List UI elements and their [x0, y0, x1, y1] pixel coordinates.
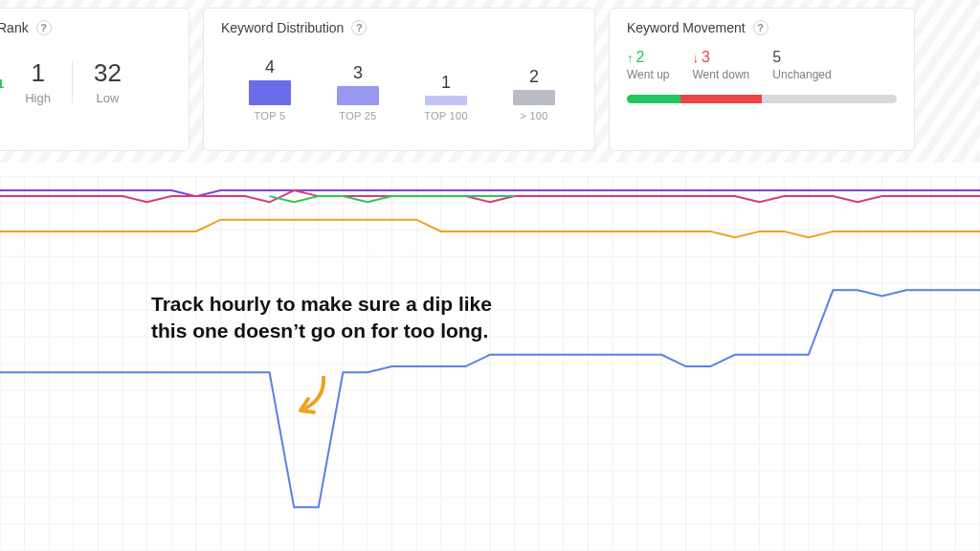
movement-card-title: Keyword Movement ?	[627, 20, 897, 35]
distribution-count: 2	[502, 67, 566, 87]
distribution-card-title: Keyword Distribution ?	[221, 20, 577, 35]
distribution-bar	[425, 96, 467, 105]
rank-high-value: 1	[25, 58, 51, 88]
distribution-bar	[337, 86, 379, 105]
movement-down: ↓3 Went down	[692, 49, 749, 81]
chart-svg	[0, 176, 980, 551]
distribution-bar	[249, 80, 291, 105]
rank-current-delta: 1	[0, 74, 4, 91]
movement-bar-down	[680, 95, 762, 103]
rank-card: Rank ? 1 1 High 32 Low	[0, 8, 189, 151]
distribution-bar-top25[interactable]: 3TOP 25	[326, 63, 390, 121]
rank-history-chart[interactable]: Track hourly to make sure a dip like thi…	[0, 176, 980, 551]
distribution-label: > 100	[502, 110, 566, 121]
distribution-count: 1	[414, 73, 478, 93]
rank-card-title: Rank ?	[0, 20, 171, 35]
movement-stats-row: ↑2 Went up ↓3 Went down 5 Unchanged	[627, 49, 897, 81]
distribution-bar-top5[interactable]: 4TOP 5	[238, 57, 301, 121]
distribution-label: TOP 5	[238, 110, 301, 121]
distribution-count: 4	[238, 57, 301, 77]
rank-low-label: Low	[94, 91, 122, 105]
rank-low-value: 32	[94, 58, 122, 88]
summary-cards-row: Rank ? 1 1 High 32 Low Keyword Distribut…	[0, 8, 980, 151]
movement-card: Keyword Movement ? ↑2 Went up ↓3 Went do…	[609, 8, 915, 151]
distribution-bar-top100[interactable]: 1TOP 100	[414, 73, 478, 121]
distribution-label: TOP 25	[326, 110, 390, 121]
rank-low-block: 32 Low	[94, 58, 122, 105]
distribution-label: TOP 100	[414, 110, 478, 121]
help-icon[interactable]: ?	[351, 20, 367, 35]
distribution-count: 3	[326, 63, 390, 83]
annotation-arrow-icon	[287, 372, 335, 420]
movement-up: ↑2 Went up	[627, 49, 669, 81]
distribution-card: Keyword Distribution ? 4TOP 53TOP 251TOP…	[203, 8, 595, 151]
distribution-bar	[513, 90, 555, 105]
distribution-bar->100[interactable]: 2> 100	[502, 67, 566, 121]
movement-unchanged: 5 Unchanged	[772, 49, 831, 81]
movement-bar-up	[627, 95, 680, 103]
rank-title-text: Rank	[0, 20, 29, 35]
help-icon[interactable]: ?	[36, 20, 52, 35]
rank-high-block: 1 High	[25, 58, 51, 105]
movement-bar-unchanged	[762, 95, 897, 103]
distribution-title-text: Keyword Distribution	[221, 20, 344, 35]
annotation-text: Track hourly to make sure a dip like thi…	[151, 291, 496, 345]
rank-high-label: High	[25, 91, 51, 105]
arrow-down-icon: ↓	[692, 52, 699, 64]
arrow-up-icon: ↑	[627, 52, 634, 64]
movement-bar	[627, 95, 897, 103]
movement-title-text: Keyword Movement	[627, 20, 746, 35]
distribution-bars: 4TOP 53TOP 251TOP 1002> 100	[221, 53, 577, 121]
help-icon[interactable]: ?	[753, 20, 768, 35]
divider	[72, 61, 73, 103]
